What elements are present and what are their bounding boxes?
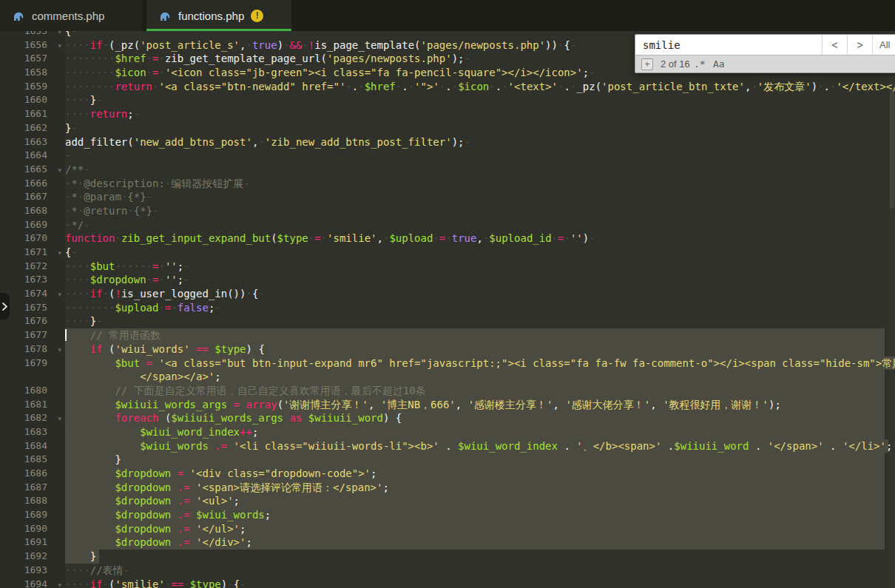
line-number-gutter[interactable]: 1666 bbox=[0, 177, 65, 191]
code-line[interactable]: 1669·*/- bbox=[0, 218, 895, 232]
tab-comments-php[interactable]: comments.php bbox=[0, 0, 142, 31]
code-text[interactable]: ········}- bbox=[65, 453, 895, 467]
code-text[interactable]: ········$upload·=·false;- bbox=[65, 301, 895, 315]
code-text[interactable]: function·zib_get_input_expand_but($type·… bbox=[65, 232, 895, 246]
code-line[interactable]: 1692····}- bbox=[0, 550, 895, 564]
vertical-scrollbar[interactable] bbox=[889, 31, 895, 588]
line-number-gutter[interactable]: 1678▾ bbox=[0, 342, 65, 356]
code-line[interactable]: 1679········$but·=·'<a class="but btn-in… bbox=[0, 356, 895, 371]
code-line[interactable]: 1671▾{- bbox=[0, 246, 895, 260]
code-line[interactable]: 1676····}- bbox=[0, 314, 895, 328]
code-text[interactable]: ····if·('smilie'·==·$type)·{- bbox=[65, 578, 895, 588]
line-number-gutter[interactable]: 1671▾ bbox=[0, 246, 65, 260]
line-number-gutter[interactable]: 1679 bbox=[0, 356, 65, 371]
code-text[interactable]: ········return·'<a class="btn-newadd" hr… bbox=[65, 80, 895, 94]
code-line[interactable]: 1667·*·@param·{*}- bbox=[0, 190, 895, 204]
line-number-gutter[interactable]: 1672 bbox=[0, 260, 65, 274]
code-line[interactable]: 1666·*·@description:·编辑器按钮扩展- bbox=[0, 177, 895, 191]
code-line[interactable]: 1693····//表情- bbox=[0, 564, 895, 578]
find-add-button[interactable]: + bbox=[641, 58, 653, 70]
code-text[interactable]: ········$dropdown·=·'<div class="dropdow… bbox=[65, 467, 895, 481]
code-text[interactable]: ········//·下面是自定义常用语，自己自定义喜欢常用语，最后不超过10条… bbox=[65, 384, 895, 398]
code-line[interactable]: 1687········$dropdown·.=·'<span>请选择评论常用语… bbox=[0, 481, 895, 495]
line-number-gutter[interactable]: 1669 bbox=[0, 218, 65, 232]
code-line[interactable]: 1689········$dropdown·.=·$wiui_words;- bbox=[0, 508, 895, 522]
code-text[interactable]: }- bbox=[65, 121, 895, 135]
line-number-gutter[interactable]: 1660 bbox=[0, 93, 65, 107]
line-number-gutter[interactable]: 1655▾ bbox=[0, 31, 65, 38]
line-number-gutter[interactable]: 1681 bbox=[0, 398, 65, 412]
sidebar-reveal-button[interactable] bbox=[0, 293, 10, 320]
code-line[interactable]: 1665▾/**- bbox=[0, 163, 895, 177]
line-number-gutter[interactable]: 1676 bbox=[0, 314, 65, 328]
code-line[interactable]: 1691········$dropdown·.=·'</div>';- bbox=[0, 535, 895, 550]
code-text[interactable]: ············$wiui_word_index++;- bbox=[65, 425, 895, 439]
fold-arrow-icon[interactable]: ▾ bbox=[58, 246, 61, 260]
line-number-gutter[interactable]: 1673 bbox=[0, 273, 65, 287]
scrollbar-thumb[interactable] bbox=[890, 90, 894, 209]
code-line[interactable]: 1694▾····if·('smilie'·==·$type)·{- bbox=[0, 578, 895, 588]
find-input[interactable] bbox=[635, 35, 822, 55]
find-next-button[interactable]: > bbox=[847, 35, 872, 55]
code-line[interactable]: 1670function·zib_get_input_expand_but($t… bbox=[0, 232, 895, 246]
line-number-gutter[interactable]: 1689 bbox=[0, 508, 65, 522]
code-line[interactable]: 1674▾····if·(!is_user_logged_in())·{- bbox=[0, 287, 895, 301]
line-number-gutter[interactable]: 1663 bbox=[0, 135, 65, 149]
line-number-gutter[interactable]: 1670 bbox=[0, 232, 65, 246]
fold-arrow-icon[interactable]: ▾ bbox=[58, 288, 61, 302]
line-number-gutter[interactable]: 1664 bbox=[0, 149, 65, 163]
tab-functions-php[interactable]: functions.php ! bbox=[146, 0, 291, 31]
code-line[interactable]: 1684············$wiui_words·.=·'<li clas… bbox=[0, 439, 895, 453]
code-text[interactable]: ········$dropdown·.=·'<ul>';- bbox=[65, 494, 895, 508]
line-number-gutter[interactable]: 1694▾ bbox=[0, 578, 65, 588]
code-line[interactable]: 1673····$dropdown·=·'';- bbox=[0, 273, 895, 287]
code-line[interactable]: 1675········$upload·=·false;- bbox=[0, 301, 895, 315]
code-line[interactable]: 1677····//·常用语函数- bbox=[0, 328, 895, 342]
code-text[interactable]: ····$but······=·'';- bbox=[65, 260, 895, 274]
code-line[interactable]: 1662}- bbox=[0, 121, 895, 135]
line-number-gutter[interactable]: 1691 bbox=[0, 535, 65, 550]
line-number-gutter[interactable]: 1684 bbox=[0, 439, 65, 453]
code-line[interactable]: 1664- bbox=[0, 149, 895, 163]
line-number-gutter[interactable]: 1659 bbox=[0, 80, 65, 94]
code-line[interactable]: 1672····$but······=·'';- bbox=[0, 260, 895, 274]
code-text[interactable]: ·*·@description:·编辑器按钮扩展- bbox=[65, 177, 895, 191]
code-line[interactable]: 1678▾····if·('wiui_words'·==·$type)·{- bbox=[0, 342, 895, 356]
code-line[interactable]: 1685········}- bbox=[0, 453, 895, 467]
line-number-gutter[interactable]: 1657 bbox=[0, 52, 65, 66]
code-text[interactable]: ·*·@return·{*}- bbox=[65, 204, 895, 218]
code-text[interactable]: ····if·('wiui_words'·==·$type)·{- bbox=[65, 342, 895, 356]
code-text[interactable]: ········foreach·($wiiuii_words_args·as·$… bbox=[65, 411, 895, 425]
code-line[interactable]: 1661····return;- bbox=[0, 107, 895, 121]
find-prev-button[interactable]: < bbox=[822, 35, 847, 55]
fold-arrow-icon[interactable]: ▾ bbox=[58, 412, 61, 426]
regex-toggle[interactable]: .* bbox=[690, 58, 709, 70]
code-line[interactable]: 1683············$wiui_word_index++;- bbox=[0, 425, 895, 439]
code-line[interactable]: 1681········$wiiuii_words_args·=·array('… bbox=[0, 398, 895, 412]
line-number-gutter[interactable]: 1661 bbox=[0, 107, 65, 121]
fold-arrow-icon[interactable]: ▾ bbox=[58, 163, 61, 178]
line-number-gutter[interactable]: 1692 bbox=[0, 550, 65, 564]
code-text[interactable]: ·*·@param·{*}- bbox=[65, 190, 895, 204]
line-number-gutter[interactable]: 1667 bbox=[0, 190, 65, 204]
code-editor[interactable]: 1655▾{-1656▾····if·(_pz('post_article_s'… bbox=[0, 31, 895, 588]
line-number-gutter[interactable]: 1675 bbox=[0, 301, 65, 315]
code-text[interactable]: - bbox=[65, 149, 895, 163]
line-number-gutter[interactable]: 1656▾ bbox=[0, 38, 65, 53]
code-text[interactable]: ·*/- bbox=[65, 218, 895, 232]
line-number-gutter[interactable]: 1668 bbox=[0, 204, 65, 218]
code-text[interactable]: ········$but·=·'<a class="but btn-input-… bbox=[65, 356, 895, 371]
code-text[interactable]: ····}- bbox=[65, 314, 895, 328]
code-text[interactable]: ········$dropdown·.=·'</div>';- bbox=[65, 535, 895, 550]
code-line[interactable]: 1688········$dropdown·.=·'<ul>';- bbox=[0, 494, 895, 508]
code-text[interactable]: ····}- bbox=[65, 93, 895, 107]
code-line[interactable]: 1682▾········foreach·($wiiuii_words_args… bbox=[0, 411, 895, 425]
line-number-gutter[interactable]: 1687 bbox=[0, 481, 65, 495]
code-text[interactable]: {- bbox=[65, 246, 895, 260]
code-text[interactable]: ····//·常用语函数- bbox=[65, 328, 895, 342]
line-number-gutter[interactable]: 1693 bbox=[0, 564, 65, 578]
code-line[interactable]: 1660····}- bbox=[0, 93, 895, 107]
line-number-gutter[interactable]: 1665▾ bbox=[0, 163, 65, 177]
case-sensitive-toggle[interactable]: Aa bbox=[709, 58, 729, 70]
line-number-gutter[interactable]: 1685 bbox=[0, 453, 65, 467]
